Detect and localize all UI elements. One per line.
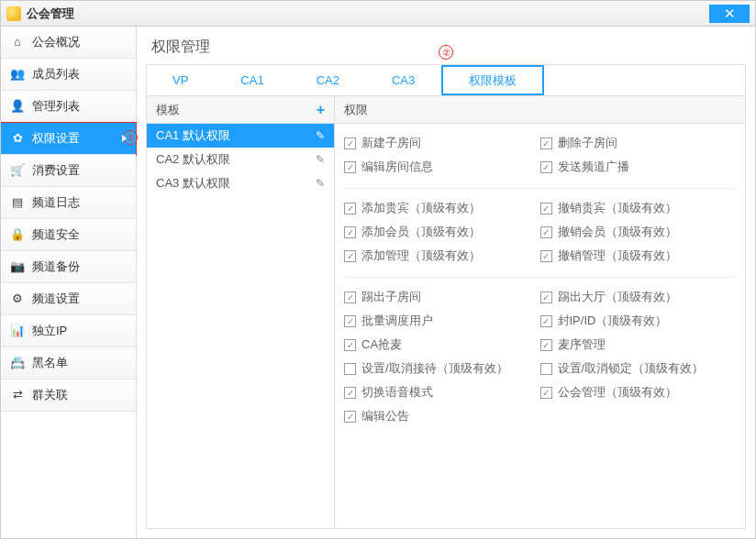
sidebar-item-label: 成员列表	[32, 66, 80, 82]
tab-4[interactable]: 权限模板	[441, 65, 544, 95]
sidebar-item-7[interactable]: 📷频道备份	[1, 251, 136, 283]
permission-checkbox[interactable]	[344, 363, 356, 375]
template-label: CA1 默认权限	[156, 127, 230, 144]
permission-checkbox[interactable]	[344, 226, 356, 238]
content-area: 模板 + CA1 默认权限✎CA2 默认权限✎CA3 默认权限✎ 权限 新建子房…	[146, 95, 746, 529]
permission-checkbox[interactable]	[540, 292, 552, 303]
permission-body: 新建子房间删除子房间编辑房间信息发送频道广播添加贵宾（顶级有效）撤销贵宾（顶级有…	[335, 124, 745, 528]
permission-checkbox[interactable]	[344, 203, 356, 214]
permission-checkbox[interactable]	[344, 411, 356, 423]
sidebar-item-label: 权限设置	[32, 130, 80, 147]
permission-item: 添加会员（顶级有效）	[344, 220, 540, 244]
sidebar-icon: ▤	[10, 195, 25, 210]
permission-checkbox[interactable]	[344, 138, 356, 149]
permission-group: 添加贵宾（顶级有效）撤销贵宾（顶级有效）添加会员（顶级有效）撤销会员（顶级有效）…	[344, 188, 736, 273]
sidebar-item-label: 频道安全	[32, 226, 80, 243]
sidebar-item-label: 公会概况	[32, 34, 80, 50]
permission-checkbox[interactable]	[540, 138, 552, 149]
permission-label: 麦序管理	[558, 336, 606, 353]
permission-checkbox[interactable]	[344, 292, 356, 303]
permission-item: 编辑房间信息	[344, 155, 540, 179]
edit-template-icon[interactable]: ✎	[316, 177, 325, 190]
tab-2[interactable]: CA2	[291, 65, 366, 95]
permission-label: 封IP/ID（顶级有效）	[558, 313, 668, 329]
page-title: 权限管理	[146, 34, 746, 64]
permission-checkbox[interactable]	[344, 387, 356, 399]
permission-checkbox[interactable]	[540, 250, 552, 262]
sidebar-icon: 🔒	[10, 227, 25, 242]
permission-label: 公会管理（顶级有效）	[558, 384, 677, 401]
permission-item: 麦序管理	[540, 333, 737, 357]
sidebar-icon: 🛒	[10, 163, 25, 178]
permission-label: 撤销管理（顶级有效）	[558, 248, 677, 264]
permission-item: 编辑公告	[344, 404, 540, 428]
main-panel: 权限管理 ② VPCA1CA2CA3权限模板 模板 + CA1 默认权限✎CA2…	[137, 27, 755, 538]
permission-item: 切换语音模式	[344, 380, 540, 404]
tab-0[interactable]: VP	[147, 65, 215, 95]
sidebar-item-8[interactable]: ⚙频道设置	[1, 283, 136, 315]
permission-checkbox[interactable]	[540, 315, 552, 327]
template-list: CA1 默认权限✎CA2 默认权限✎CA3 默认权限✎	[147, 124, 334, 195]
template-header: 模板 +	[147, 96, 334, 124]
sidebar-item-2[interactable]: 👤管理列表	[1, 91, 136, 123]
sidebar-icon: ✿	[10, 131, 25, 146]
permission-label: 添加贵宾（顶级有效）	[361, 200, 481, 216]
close-button[interactable]: ✕	[709, 5, 750, 23]
permission-item: CA抢麦	[344, 333, 540, 357]
permission-checkbox[interactable]	[540, 161, 552, 173]
sidebar-item-0[interactable]: ⌂公会概况	[1, 27, 136, 59]
permission-label: 撤销会员（顶级有效）	[558, 224, 677, 240]
permission-checkbox[interactable]	[540, 339, 552, 351]
permission-header-label: 权限	[344, 102, 368, 118]
permission-checkbox[interactable]	[344, 339, 356, 351]
template-row[interactable]: CA2 默认权限✎	[147, 148, 334, 171]
edit-template-icon[interactable]: ✎	[316, 153, 325, 166]
window-title: 公会管理	[27, 6, 709, 22]
sidebar-item-10[interactable]: 📇黑名单	[1, 347, 136, 380]
permission-checkbox[interactable]	[540, 203, 552, 214]
permission-label: 踢出大厅（顶级有效）	[558, 289, 677, 305]
callout-1: ①	[123, 130, 138, 145]
sidebar-item-4[interactable]: 🛒消费设置	[1, 155, 136, 187]
sidebar-item-label: 群关联	[32, 387, 68, 403]
permission-group: 新建子房间删除子房间编辑房间信息发送频道广播	[344, 129, 736, 184]
sidebar-icon: 👥	[10, 67, 25, 82]
sidebar-icon: ⌂	[10, 35, 25, 50]
tab-3[interactable]: CA3	[366, 65, 441, 95]
permission-item: 撤销贵宾（顶级有效）	[540, 196, 737, 220]
template-row[interactable]: CA3 默认权限✎	[147, 171, 334, 195]
permission-checkbox[interactable]	[344, 250, 356, 262]
sidebar-item-1[interactable]: 👥成员列表	[1, 59, 136, 91]
sidebar-item-5[interactable]: ▤频道日志	[1, 187, 136, 219]
template-row[interactable]: CA1 默认权限✎	[147, 124, 334, 148]
add-template-button[interactable]: +	[317, 102, 325, 118]
sidebar-item-label: 频道日志	[32, 194, 80, 211]
permission-item: 添加管理（顶级有效）	[344, 244, 540, 268]
permission-checkbox[interactable]	[540, 363, 552, 375]
permission-label: 踢出子房间	[361, 289, 421, 305]
permission-item: 公会管理（顶级有效）	[540, 380, 737, 404]
permission-label: 批量调度用户	[361, 313, 433, 329]
tab-1[interactable]: CA1	[215, 65, 290, 95]
sidebar-item-3[interactable]: ✿权限设置①	[1, 123, 136, 155]
permission-item: 新建子房间	[344, 131, 540, 155]
sidebar: ⌂公会概况👥成员列表👤管理列表✿权限设置①🛒消费设置▤频道日志🔒频道安全📷频道备…	[1, 27, 137, 538]
sidebar-item-11[interactable]: ⇄群关联	[1, 380, 136, 412]
sidebar-item-label: 管理列表	[32, 98, 80, 115]
sidebar-item-9[interactable]: 📊独立IP	[1, 315, 136, 347]
permission-label: 编辑公告	[361, 408, 409, 424]
permission-item: 踢出子房间	[344, 285, 540, 309]
edit-template-icon[interactable]: ✎	[316, 129, 325, 142]
permission-checkbox[interactable]	[540, 226, 552, 238]
permission-item: 踢出大厅（顶级有效）	[540, 285, 737, 309]
permission-label: 设置/取消锁定（顶级有效）	[558, 360, 705, 377]
sidebar-item-label: 黑名单	[32, 355, 68, 371]
sidebar-item-6[interactable]: 🔒频道安全	[1, 219, 136, 251]
tab-label: CA2	[317, 73, 339, 87]
permission-checkbox[interactable]	[344, 161, 356, 173]
permission-checkbox[interactable]	[540, 387, 552, 399]
permission-label: 删除子房间	[558, 135, 617, 151]
permission-checkbox[interactable]	[344, 315, 356, 327]
template-label: CA3 默认权限	[156, 175, 230, 192]
permission-label: 切换语音模式	[361, 384, 433, 401]
